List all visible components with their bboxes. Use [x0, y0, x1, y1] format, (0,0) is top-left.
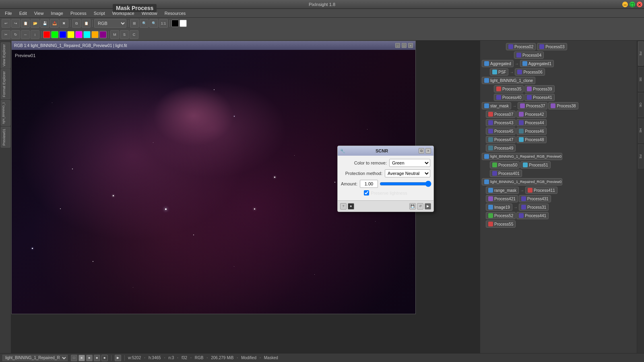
tb-copy[interactable]: ⧉ — [72, 19, 81, 28]
rs-tab-files-explorer[interactable]: FE — [638, 144, 644, 169]
node-image19[interactable]: Image19 — [486, 204, 512, 211]
background-color[interactable] — [180, 20, 187, 27]
menu-file[interactable]: File — [2, 10, 15, 16]
rs-tab-object-explorer[interactable]: OE — [638, 93, 644, 117]
swatch-green[interactable] — [51, 31, 58, 38]
menu-script[interactable]: Script — [91, 10, 108, 16]
image-window-titlebar[interactable]: RGB 1:4 light_BINNING_1_Repaired_RGB_Pre… — [12, 41, 415, 50]
scnr-help-btn[interactable]: ? — [340, 203, 347, 210]
close-button[interactable]: × — [637, 2, 642, 7]
rs-tab-process-explorer[interactable]: PE — [638, 41, 644, 66]
node-process38[interactable]: Process38 — [548, 102, 578, 109]
swatch-yellow[interactable] — [67, 31, 74, 38]
scnr-execute-btn[interactable]: ▶ — [425, 203, 431, 210]
scnr-preserve-checkbox[interactable] — [364, 190, 369, 195]
status-icon5[interactable]: ■ — [101, 355, 108, 361]
tb-mask[interactable]: M — [110, 30, 119, 39]
node-process43[interactable]: Process43 — [486, 119, 516, 126]
sidebar-tab-view-explorer[interactable]: View Explorer — [1, 42, 10, 68]
scnr-title-bar[interactable]: 🔧 SCNR ⧉ × — [338, 146, 433, 156]
node-process48[interactable]: Process48 — [516, 136, 546, 143]
status-icon1[interactable]: □ — [71, 355, 77, 361]
node-aggregated[interactable]: Aggregated — [482, 60, 514, 67]
scnr-expand-btn[interactable]: ⧉ — [419, 148, 424, 154]
node-process50[interactable]: Process50 — [490, 161, 520, 169]
node-psf[interactable]: PSF — [490, 68, 508, 76]
status-play-btn[interactable]: ▶ — [115, 355, 121, 361]
menu-edit[interactable]: Edit — [16, 10, 30, 16]
node-process55[interactable]: Process55 — [486, 220, 516, 228]
swatch-blue[interactable] — [59, 31, 66, 38]
maximize-button[interactable]: □ — [630, 2, 635, 7]
scnr-close-btn[interactable]: × — [425, 148, 431, 154]
node-process431[interactable]: Process431 — [519, 195, 551, 202]
swatch-purple[interactable] — [99, 31, 107, 38]
node-process40[interactable]: Process40 — [494, 94, 524, 101]
scnr-color-select[interactable]: Green Red Blue — [389, 159, 430, 167]
img-win-minimize[interactable]: – — [395, 43, 400, 48]
tb-open[interactable]: 📂 — [31, 19, 39, 28]
node-process411[interactable]: Process411 — [525, 187, 557, 194]
img-win-maximize[interactable]: □ — [402, 43, 407, 48]
tb-icc[interactable]: C — [130, 30, 138, 39]
tb-zoom-in[interactable]: 🔍 — [140, 19, 149, 28]
swatch-red[interactable] — [43, 31, 50, 38]
node-process04[interactable]: Process04 — [514, 51, 544, 59]
node-process46[interactable]: Process46 — [516, 128, 546, 135]
scnr-reset-btn[interactable]: ↺ — [417, 203, 423, 210]
menu-resources[interactable]: Resources — [161, 10, 189, 16]
tb-flip-h[interactable]: ↔ — [21, 30, 30, 39]
node-process51[interactable]: Process51 — [520, 161, 550, 169]
node-preview-l[interactable]: light_BINNING_1_Repaired_RGB_Preview01_L — [482, 153, 562, 160]
node-aggregated1[interactable]: Aggregated1 — [520, 60, 554, 67]
node-process07[interactable]: Process07 — [486, 111, 516, 118]
foreground-color[interactable] — [171, 20, 179, 27]
scnr-amount-slider[interactable] — [380, 181, 431, 187]
tb-zoom-fit[interactable]: ⊞ — [130, 19, 139, 28]
node-process401[interactable]: Process401 — [490, 170, 522, 177]
node-process03[interactable]: Process03 — [537, 43, 567, 50]
node-process41[interactable]: Process41 — [524, 94, 554, 101]
sidebar-tab-image[interactable]: light_BINNING_1 — [1, 100, 10, 126]
node-process02[interactable]: Process02 — [506, 43, 536, 50]
tb-zoom-out[interactable]: 🔍 — [149, 19, 158, 28]
node-light-clone[interactable]: light_BINNING_1_clone — [482, 77, 535, 84]
menu-image[interactable]: Image — [47, 10, 66, 16]
node-process45[interactable]: Process45 — [486, 128, 516, 135]
scnr-amount-input[interactable] — [360, 180, 378, 188]
img-win-close[interactable]: × — [408, 43, 413, 48]
status-icon4[interactable]: ■ — [94, 355, 100, 361]
status-icon2[interactable]: ■ — [78, 355, 85, 361]
status-file-dropdown[interactable]: light_BINNING_1_Repaired_R — [2, 355, 68, 361]
tb-saveas[interactable]: 📥 — [50, 19, 59, 28]
color-mode-select[interactable]: RGB Grayscale RGBA — [94, 19, 126, 28]
swatch-orange[interactable] — [91, 31, 99, 38]
sidebar-tab-format-explorer[interactable]: Format Explorer — [1, 69, 10, 99]
node-process421[interactable]: Process421 — [486, 195, 518, 202]
tb-rotate[interactable]: ↻ — [11, 30, 20, 39]
scnr-dark-btn[interactable]: ■ — [348, 203, 354, 210]
tb-zoom-1[interactable]: 1:1 — [159, 19, 168, 28]
scnr-save-btn[interactable]: 💾 — [409, 203, 416, 210]
tb-crop[interactable]: ✂ — [2, 30, 10, 39]
node-process441[interactable]: Process441 — [516, 212, 549, 219]
menu-view[interactable]: View — [31, 10, 47, 16]
node-starmask[interactable]: star_mask — [482, 102, 511, 109]
node-preview-z[interactable]: light_BINNING_1_Repaired_RGB_Preview01_Z — [482, 178, 562, 185]
node-process49[interactable]: Process49 — [486, 144, 516, 152]
menu-process[interactable]: Process — [67, 10, 90, 16]
node-process47[interactable]: Process47 — [486, 136, 516, 143]
tb-stf[interactable]: S — [120, 30, 129, 39]
swatch-cyan[interactable] — [83, 31, 91, 38]
node-process44[interactable]: Process44 — [516, 119, 546, 126]
swatch-magenta[interactable] — [75, 31, 83, 38]
status-icon3[interactable]: ■ — [86, 355, 93, 361]
rs-tab-script-editor[interactable]: SE — [638, 67, 644, 91]
tb-redo[interactable]: ↪ — [11, 19, 20, 28]
node-process39[interactable]: Process39 — [524, 85, 554, 93]
node-process31[interactable]: Process31 — [519, 204, 549, 211]
node-process06[interactable]: Process06 — [515, 68, 545, 76]
scnr-protection-select[interactable]: Average Neutral Maximum Neutral Minimum … — [385, 169, 430, 177]
tb-undo[interactable]: ↩ — [2, 19, 10, 28]
node-process37[interactable]: Process37 — [518, 102, 547, 109]
